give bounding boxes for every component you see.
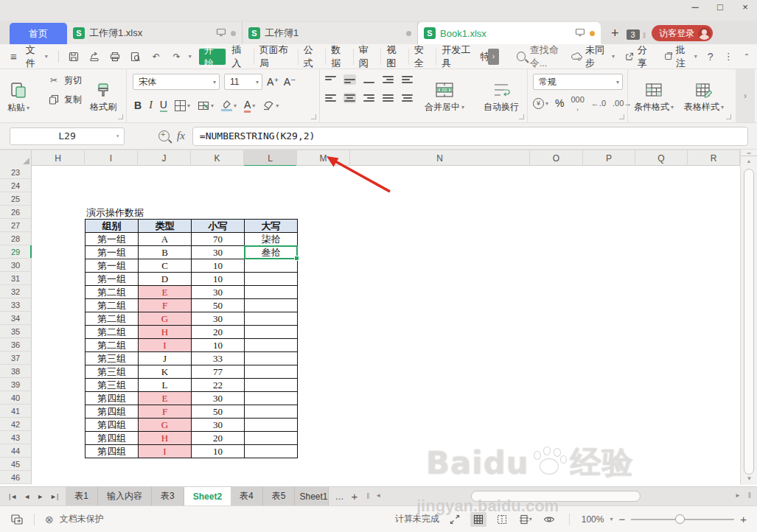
- close-icon[interactable]: ×: [738, 1, 753, 13]
- table-header-cell[interactable]: 组别: [86, 220, 139, 233]
- cell-group[interactable]: 第二组: [86, 326, 139, 339]
- decrease-indent-icon[interactable]: [382, 74, 394, 85]
- cell-group[interactable]: 第三组: [86, 379, 139, 392]
- ribbon-expand-button[interactable]: ›: [736, 69, 755, 122]
- align-bottom-icon[interactable]: [363, 74, 375, 85]
- hscroll-thumb[interactable]: [471, 491, 641, 502]
- row-header-32[interactable]: 32: [0, 285, 32, 298]
- row-header-34[interactable]: 34: [0, 312, 32, 325]
- share-button[interactable]: 分享: [625, 43, 653, 70]
- cell-upper[interactable]: [245, 379, 298, 392]
- number-format-select[interactable]: 常规 ▾: [533, 74, 623, 90]
- help-button[interactable]: ?: [708, 51, 714, 63]
- cell-group[interactable]: 第三组: [86, 352, 139, 365]
- cell-upper[interactable]: [245, 432, 298, 445]
- table-style-button[interactable]: 表格样式▾: [684, 74, 724, 121]
- cell-lower[interactable]: 50: [192, 299, 245, 312]
- italic-button[interactable]: I: [149, 99, 153, 111]
- cell-type[interactable]: L: [139, 379, 192, 392]
- zoom-level[interactable]: 100%: [582, 514, 604, 525]
- column-header-Q[interactable]: Q: [635, 150, 688, 166]
- fill-cells-button[interactable]: ▾: [198, 100, 214, 111]
- cut-button[interactable]: ✂ 剪切: [47, 74, 82, 87]
- column-header-H[interactable]: H: [32, 150, 85, 166]
- cell-upper[interactable]: [245, 392, 298, 405]
- cell-type[interactable]: G: [139, 419, 192, 432]
- sheet-switcher-icon[interactable]: [10, 514, 24, 525]
- ribbon-tab-开发工具[interactable]: 开发工具: [436, 49, 480, 65]
- fx-icon[interactable]: fx: [177, 130, 185, 142]
- cell-type[interactable]: C: [139, 259, 192, 273]
- cell-upper[interactable]: [245, 405, 298, 419]
- cell-group[interactable]: 第四组: [86, 419, 139, 432]
- qat-dropdown-icon[interactable]: ▾: [189, 53, 192, 60]
- clear-format-button[interactable]: ▾: [262, 100, 279, 111]
- row-header-44[interactable]: 44: [0, 444, 32, 458]
- row-header-42[interactable]: 42: [0, 418, 32, 431]
- font-name-select[interactable]: 宋体 ▾: [133, 74, 220, 90]
- column-header-K[interactable]: K: [191, 150, 244, 166]
- align-right-icon[interactable]: [363, 93, 375, 103]
- cell-upper[interactable]: [245, 419, 298, 432]
- export-button[interactable]: [86, 48, 103, 66]
- row-header-35[interactable]: 35: [0, 325, 32, 338]
- row-header-23[interactable]: 23: [0, 166, 32, 179]
- save-button[interactable]: [65, 48, 83, 66]
- home-tab[interactable]: 首页: [10, 23, 67, 44]
- cell-lower[interactable]: 30: [192, 286, 245, 299]
- redo-icon[interactable]: ↷: [168, 48, 186, 66]
- minimize-icon[interactable]: ─: [688, 1, 702, 13]
- sheet-canvas[interactable]: 演示操作数据 组别类型小写大写第一组A70柒拾第一组B30叁拾第一组C10第一组…: [32, 166, 740, 484]
- row-header-25[interactable]: 25: [0, 192, 32, 206]
- justify-icon[interactable]: [382, 93, 394, 103]
- ribbon-tab-安全[interactable]: 安全: [408, 49, 436, 65]
- ribbon-tab-审阅[interactable]: 审阅: [353, 49, 381, 65]
- normal-view-icon[interactable]: [470, 512, 486, 527]
- row-header-40[interactable]: 40: [0, 391, 32, 405]
- clipped-ribbon-tab[interactable]: 特: [480, 50, 488, 63]
- formula-input[interactable]: =NUMBERSTRING(K29,2): [192, 127, 748, 146]
- cell-group[interactable]: 第四组: [86, 432, 139, 445]
- cell-group[interactable]: 第二组: [86, 299, 139, 312]
- cell-type[interactable]: A: [139, 233, 192, 246]
- row-header-38[interactable]: 38: [0, 365, 32, 378]
- cell-type[interactable]: I: [139, 339, 192, 352]
- cell-lower[interactable]: 50: [192, 405, 245, 419]
- cell-lower[interactable]: 10: [192, 259, 245, 273]
- cell-lower[interactable]: 22: [192, 379, 245, 392]
- font-size-select[interactable]: 11 ▾: [224, 74, 262, 90]
- column-header-L[interactable]: L: [244, 150, 297, 166]
- cell-lower[interactable]: 33: [192, 352, 245, 365]
- document-tab[interactable]: S工作簿1.xlsx: [67, 22, 243, 44]
- cell-upper[interactable]: [245, 352, 298, 365]
- page-layout-view-icon[interactable]: ▾: [517, 512, 534, 527]
- column-header-I[interactable]: I: [85, 150, 138, 166]
- more-sheets-button[interactable]: …: [335, 491, 345, 502]
- cell-upper[interactable]: [245, 299, 298, 312]
- column-header-N[interactable]: N: [350, 150, 530, 166]
- zoom-formula-icon[interactable]: [158, 130, 170, 141]
- row-header-30[interactable]: 30: [0, 259, 32, 272]
- sheet-tab-Sheet1[interactable]: Sheet1: [295, 487, 329, 505]
- cell-group[interactable]: 第四组: [86, 405, 139, 419]
- zoom-slider-thumb[interactable]: [675, 514, 685, 524]
- vertical-scrollbar[interactable]: ═ ▲ ▼: [740, 150, 757, 485]
- cell-type[interactable]: H: [139, 326, 192, 339]
- cell-group[interactable]: 第二组: [86, 286, 139, 299]
- ribbon-tab-插入[interactable]: 插入: [226, 49, 254, 65]
- table-header-cell[interactable]: 大写: [245, 220, 298, 233]
- print-button[interactable]: [106, 48, 124, 66]
- column-header-O[interactable]: O: [530, 150, 583, 166]
- format-painter-button[interactable]: 格式刷: [90, 74, 116, 121]
- scroll-right-icon[interactable]: ►: [735, 492, 741, 499]
- row-header-27[interactable]: 27: [0, 219, 32, 232]
- cell-type[interactable]: J: [139, 352, 192, 365]
- cell-upper[interactable]: [245, 445, 298, 458]
- cell-group[interactable]: 第四组: [86, 392, 139, 405]
- maximize-icon[interactable]: □: [713, 1, 728, 13]
- horizontal-scrollbar[interactable]: ◄ ► ‖: [375, 490, 754, 503]
- tab-count-badge[interactable]: 3: [627, 29, 640, 40]
- zoom-in-button[interactable]: +: [740, 513, 747, 525]
- row-header-33[interactable]: 33: [0, 298, 32, 312]
- conditional-format-button[interactable]: 条件格式▾: [634, 74, 674, 121]
